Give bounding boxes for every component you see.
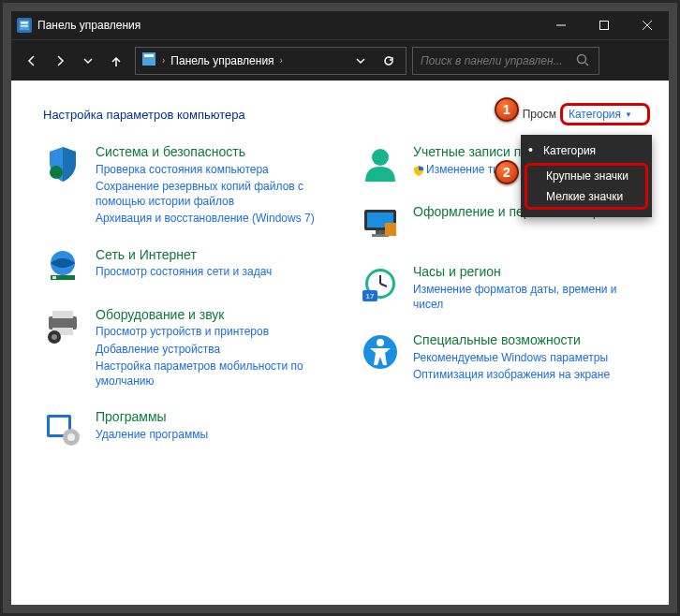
svg-rect-4 xyxy=(600,22,609,30)
view-by-value: Категория xyxy=(569,108,621,121)
chevron-right-icon: › xyxy=(162,55,165,66)
annotation-badge-1: 1 xyxy=(495,97,519,122)
category-title[interactable]: Оборудование и звук xyxy=(96,307,333,323)
content-area: 1 2 Настройка параметров компьютера Прос… xyxy=(11,81,669,605)
category-title[interactable]: Сеть и Интернет xyxy=(96,247,272,263)
svg-point-12 xyxy=(50,166,63,179)
category-link[interactable]: Добавление устройства xyxy=(96,342,333,357)
svg-rect-9 xyxy=(144,54,154,57)
address-bar[interactable]: › Панель управления › xyxy=(135,47,407,75)
svg-point-10 xyxy=(578,54,586,63)
category-hardware: Оборудование и звук Просмотр устройств и… xyxy=(43,307,333,389)
menu-item-large-icons[interactable]: Крупные значки xyxy=(527,166,645,186)
category-link[interactable]: Рекомендуемые Windows параметры xyxy=(413,350,610,365)
control-panel-icon xyxy=(141,51,156,69)
programs-icon xyxy=(43,409,82,448)
uac-shield-icon xyxy=(413,165,424,176)
svg-rect-28 xyxy=(376,230,385,234)
search-box[interactable] xyxy=(412,47,599,75)
category-system-security: Система и безопасность Проверка состояни… xyxy=(43,144,333,227)
svg-rect-16 xyxy=(49,316,77,330)
category-link[interactable]: Сохранение резервных копий файлов с помо… xyxy=(96,179,333,209)
svg-text:17: 17 xyxy=(366,292,375,301)
svg-point-38 xyxy=(377,339,384,346)
svg-rect-15 xyxy=(52,276,56,279)
control-panel-icon xyxy=(17,18,32,33)
category-link[interactable]: Изменение форматов даты, времени и чисел xyxy=(413,282,650,312)
category-link[interactable]: Настройка параметров мобильности по умол… xyxy=(96,359,333,389)
chevron-right-icon: › xyxy=(280,55,283,66)
category-title[interactable]: Специальные возможности xyxy=(413,332,610,348)
page-title: Настройка параметров компьютера xyxy=(43,108,523,122)
category-link[interactable]: Просмотр устройств и принтеров xyxy=(96,324,333,339)
category-programs: Программы Удаление программы xyxy=(43,409,333,448)
svg-point-20 xyxy=(52,334,57,340)
svg-point-25 xyxy=(372,149,389,166)
svg-line-11 xyxy=(585,63,588,66)
category-link[interactable]: Удаление программы xyxy=(96,427,208,442)
svg-point-24 xyxy=(67,433,75,441)
monitor-icon xyxy=(361,204,400,243)
search-icon[interactable] xyxy=(576,53,591,68)
printer-icon xyxy=(43,307,82,346)
navbar: › Панель управления › xyxy=(11,39,669,81)
menu-item-category[interactable]: Категория xyxy=(521,140,652,161)
view-by-dropdown[interactable]: Категория ▼ xyxy=(560,103,650,125)
menu-item-small-icons[interactable]: Мелкие значки xyxy=(527,186,645,207)
search-input[interactable] xyxy=(421,54,576,67)
nav-up-button[interactable] xyxy=(103,48,129,74)
svg-rect-30 xyxy=(385,223,396,236)
category-link[interactable]: Архивация и восстановление (Windows 7) xyxy=(96,211,333,226)
minimize-button[interactable] xyxy=(540,11,583,39)
titlebar: Панель управления xyxy=(11,11,669,39)
accessibility-icon xyxy=(361,332,400,372)
nav-back-button[interactable] xyxy=(19,48,45,74)
window-title: Панель управления xyxy=(37,19,540,32)
address-dropdown-button[interactable] xyxy=(349,48,372,74)
category-ease-of-access: Специальные возможности Рекомендуемые Wi… xyxy=(361,332,650,382)
svg-rect-1 xyxy=(21,22,28,23)
svg-rect-17 xyxy=(52,311,73,318)
view-by-label: Просм xyxy=(523,108,556,121)
globe-icon xyxy=(43,247,82,286)
category-title[interactable]: Часы и регион xyxy=(413,264,650,280)
category-link[interactable]: Просмотр состояния сети и задач xyxy=(96,264,272,279)
annotation-badge-2: 2 xyxy=(495,160,519,184)
view-dropdown-menu: Категория Крупные значки Мелкие значки xyxy=(521,135,652,217)
refresh-button[interactable] xyxy=(377,48,400,74)
category-title[interactable]: Программы xyxy=(96,409,208,425)
nav-forward-button[interactable] xyxy=(47,48,73,74)
category-link[interactable]: Оптимизация изображения на экране xyxy=(413,367,610,382)
close-button[interactable] xyxy=(626,11,669,39)
annotation-frame: Крупные значки Мелкие значки xyxy=(525,163,648,210)
category-network: Сеть и Интернет Просмотр состояния сети … xyxy=(43,247,333,286)
clock-icon: 17 xyxy=(361,264,400,303)
user-icon xyxy=(361,144,400,183)
breadcrumb[interactable]: Панель управления xyxy=(170,54,273,67)
category-title[interactable]: Система и безопасность xyxy=(96,144,333,160)
shield-icon xyxy=(43,144,82,183)
chevron-down-icon: ▼ xyxy=(625,110,632,119)
nav-recent-button[interactable] xyxy=(75,48,101,74)
category-clock: 17 Часы и регион Изменение форматов даты… xyxy=(361,264,650,312)
svg-rect-2 xyxy=(21,25,28,27)
maximize-button[interactable] xyxy=(583,11,626,39)
category-link[interactable]: Проверка состояния компьютера xyxy=(96,162,333,177)
